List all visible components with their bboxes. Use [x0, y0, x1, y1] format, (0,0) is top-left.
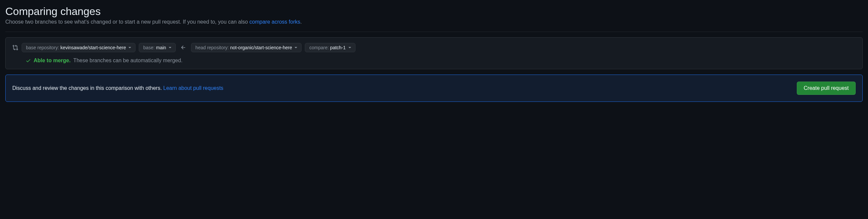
- subtitle-text: Choose two branches to see what's change…: [5, 19, 249, 25]
- compare-box: base repository: kevinsawade/start-scien…: [5, 37, 863, 69]
- pr-description: Discuss and review the changes in this c…: [12, 85, 223, 91]
- head-repo-value: not-organic/start-science-here: [230, 45, 292, 50]
- pr-text: Discuss and review the changes in this c…: [12, 85, 163, 91]
- page-title: Comparing changes: [5, 5, 863, 18]
- base-branch-selector[interactable]: base: main: [139, 43, 176, 52]
- compare-branch-selector[interactable]: compare: patch-1: [305, 43, 355, 52]
- merge-able-text: Able to merge.: [34, 58, 70, 64]
- page-subtitle: Choose two branches to see what's change…: [5, 19, 863, 25]
- chevron-down-icon: [348, 47, 351, 48]
- chevron-down-icon: [294, 47, 297, 48]
- git-compare-icon: [12, 44, 18, 51]
- create-pull-request-button[interactable]: Create pull request: [797, 82, 856, 95]
- base-repository-selector[interactable]: base repository: kevinsawade/start-scien…: [22, 43, 135, 52]
- chevron-down-icon: [128, 47, 131, 48]
- arrow-left-icon: [179, 44, 188, 51]
- base-repo-label: base repository:: [26, 45, 59, 50]
- base-repo-value: kevinsawade/start-science-here: [61, 45, 126, 50]
- compare-branch-label: compare:: [309, 45, 329, 50]
- head-repo-label: head repository:: [195, 45, 229, 50]
- learn-pull-requests-link[interactable]: Learn about pull requests: [163, 85, 224, 91]
- subtitle-suffix: .: [300, 19, 302, 25]
- base-branch-label: base:: [143, 45, 154, 50]
- pull-request-box: Discuss and review the changes in this c…: [5, 74, 863, 102]
- merge-detail-text: These branches can be automatically merg…: [73, 58, 182, 64]
- chevron-down-icon: [169, 47, 172, 48]
- base-branch-value: main: [156, 45, 166, 50]
- branch-selector-row: base repository: kevinsawade/start-scien…: [12, 43, 856, 52]
- check-icon: [26, 58, 31, 63]
- merge-status: Able to merge. These branches can be aut…: [26, 58, 856, 64]
- divider: [5, 32, 863, 32]
- head-repository-selector[interactable]: head repository: not-organic/start-scien…: [191, 43, 302, 52]
- compare-across-forks-link[interactable]: compare across forks: [249, 19, 300, 25]
- compare-branch-value: patch-1: [330, 45, 346, 50]
